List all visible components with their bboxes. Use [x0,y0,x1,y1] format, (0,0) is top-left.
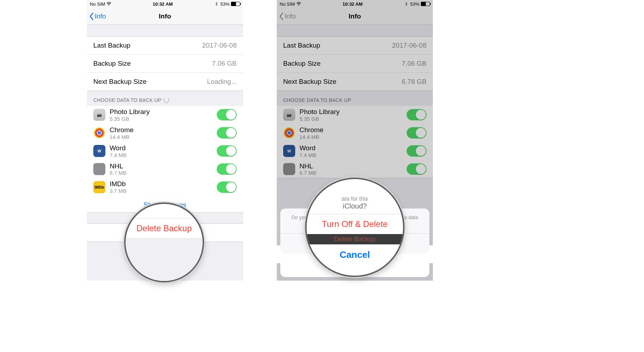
magnifier-turn-off-delete: ata for this iCloud? Turn Off & Delete D… [305,178,404,277]
carrier-label: No SIM [90,1,105,7]
toggle-nhl[interactable] [217,163,237,175]
toggle-word[interactable] [217,145,237,157]
app-row-chrome: Chrome 14.4 MB [87,124,243,142]
loading-spinner-icon [164,97,169,103]
chrome-icon [93,127,105,139]
apps-list: 📷 Photo Library 5.35 GB Chrome 14.4 MB W… [87,106,243,213]
toggle-imdb[interactable] [217,182,237,193]
bluetooth-icon [214,2,219,6]
app-row-photo-library: 📷 Photo Library 5.35 GB [87,106,243,124]
app-name: NHL [110,162,213,170]
last-backup-label: Last Backup [93,42,131,49]
app-name: Word [110,144,213,152]
app-row-imdb: IMDb IMDb 3.7 MB [87,178,243,196]
backup-size-label: Backup Size [93,60,131,67]
app-size: 14.4 MB [110,134,213,140]
app-size: 7.4 MB [110,152,213,158]
backup-size-row: Backup Size 7.06 GB [87,55,243,73]
next-backup-row: Next Backup Size Loading... [87,73,243,91]
app-name: Photo Library [110,108,213,116]
backup-size-value: 7.06 GB [212,60,237,67]
nhl-icon [93,163,105,175]
app-size: 6.7 MB [110,170,213,176]
clock-label: 10:32 AM [153,1,173,7]
nav-bar: Info Info [87,8,243,25]
toggle-chrome[interactable] [217,127,237,139]
camera-icon: 📷 [93,109,105,121]
word-icon: W [93,145,105,157]
chevron-left-icon [89,12,94,20]
battery-pct-label: 53% [220,1,230,7]
back-button[interactable]: Info [87,12,106,20]
battery-icon [231,2,240,6]
wifi-icon [106,2,111,6]
choose-data-header: CHOOSE DATA TO BACK UP [87,91,243,106]
svg-point-0 [109,5,109,6]
last-backup-row: Last Backup 2017-06-08 [87,37,243,55]
app-row-nhl: NHL 6.7 MB [87,160,243,178]
next-backup-value: Loading... [207,78,237,86]
last-backup-value: 2017-06-08 [202,42,237,49]
app-size: 3.7 MB [110,188,213,194]
app-name: Chrome [110,126,213,134]
app-row-word: W Word 7.4 MB [87,142,243,160]
app-name: IMDb [110,180,213,188]
imdb-icon: IMDb [93,181,105,193]
nav-title: Info [87,12,243,20]
app-size: 5.35 GB [110,116,213,122]
back-label: Info [95,12,106,20]
status-bar: No SIM 10:32 AM 53% [87,0,243,8]
backup-info-group: Last Backup 2017-06-08 Backup Size 7.06 … [87,36,243,91]
magnifier-delete-backup: Delete Backup [124,202,204,282]
next-backup-label: Next Backup Size [93,78,147,86]
toggle-photo-library[interactable] [217,109,237,120]
